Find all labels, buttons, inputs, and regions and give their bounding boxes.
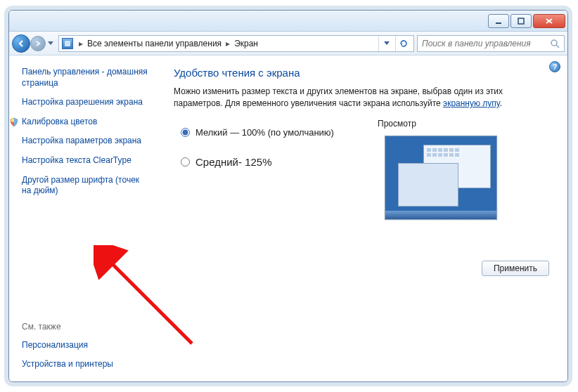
sidebar-item-label: Калибровка цветов	[22, 117, 97, 126]
chevron-right-icon[interactable]: ▸	[76, 39, 86, 48]
preview-image	[385, 136, 497, 220]
description-text: Можно изменить размер текста и других эл…	[174, 86, 549, 110]
apply-button[interactable]: Применить	[482, 261, 549, 276]
nav-arrows	[12, 34, 56, 53]
breadcrumb-item[interactable]: Все элементы панели управления	[87, 39, 221, 48]
page-heading: Удобство чтения с экрана	[174, 67, 549, 79]
display-icon	[62, 38, 73, 49]
window-frame: ▸ Все элементы панели управления ▸ Экран…	[8, 10, 568, 382]
breadcrumb-item[interactable]: Экран	[234, 39, 258, 48]
chevron-right-icon[interactable]: ▸	[223, 39, 233, 48]
navigation-bar: ▸ Все элементы панели управления ▸ Экран	[9, 32, 567, 55]
maximize-button[interactable]	[510, 14, 532, 28]
see-also-label: См. также	[22, 322, 148, 332]
sidebar: Панель управления - домашняя страница На…	[9, 55, 155, 381]
search-box[interactable]	[417, 35, 565, 52]
sidebar-link-personalization[interactable]: Персонализация	[22, 340, 148, 351]
breadcrumb: ▸ Все элементы панели управления ▸ Экран	[76, 36, 375, 51]
magnifier-link[interactable]: экранную лупу	[443, 98, 500, 108]
back-button[interactable]	[12, 34, 30, 53]
option-medium-label: Средний- 125%	[195, 156, 272, 168]
close-button[interactable]	[533, 14, 565, 28]
refresh-button[interactable]	[395, 36, 411, 51]
radio-small[interactable]	[181, 128, 190, 137]
titlebar	[9, 11, 567, 32]
preview-label: Просмотр	[378, 119, 532, 129]
svg-line-5	[556, 45, 559, 48]
radio-medium[interactable]	[181, 157, 190, 166]
content-area: ? Панель управления - домашняя страница …	[9, 55, 567, 381]
sidebar-link-custom-dpi[interactable]: Другой размер шрифта (точек на дюйм)	[22, 175, 148, 197]
svg-rect-1	[518, 18, 524, 24]
minimize-button[interactable]	[488, 14, 509, 28]
svg-point-4	[551, 40, 557, 46]
sidebar-link-devices-printers[interactable]: Устройства и принтеры	[22, 359, 148, 370]
search-icon	[550, 39, 560, 48]
sidebar-link-cleartype[interactable]: Настройка текста ClearType	[22, 155, 148, 166]
forward-button[interactable]	[30, 36, 46, 51]
main-pane: Удобство чтения с экрана Можно изменить …	[155, 55, 567, 381]
history-dropdown[interactable]	[46, 36, 56, 51]
search-input[interactable]	[422, 39, 546, 48]
option-small-label: Мелкий — 100% (по умолчанию)	[195, 127, 334, 138]
preview-area: Просмотр	[378, 119, 532, 220]
control-panel-home-link[interactable]: Панель управления - домашняя страница	[22, 67, 148, 89]
sidebar-link-resolution[interactable]: Настройка разрешения экрана	[22, 97, 148, 108]
sidebar-link-display-settings[interactable]: Настройка параметров экрана	[22, 136, 148, 147]
shield-icon	[9, 117, 19, 131]
address-bar[interactable]: ▸ Все элементы панели управления ▸ Экран	[58, 35, 414, 52]
address-dropdown[interactable]	[378, 36, 394, 51]
sidebar-link-color-calibration[interactable]: Калибровка цветов	[22, 117, 148, 128]
